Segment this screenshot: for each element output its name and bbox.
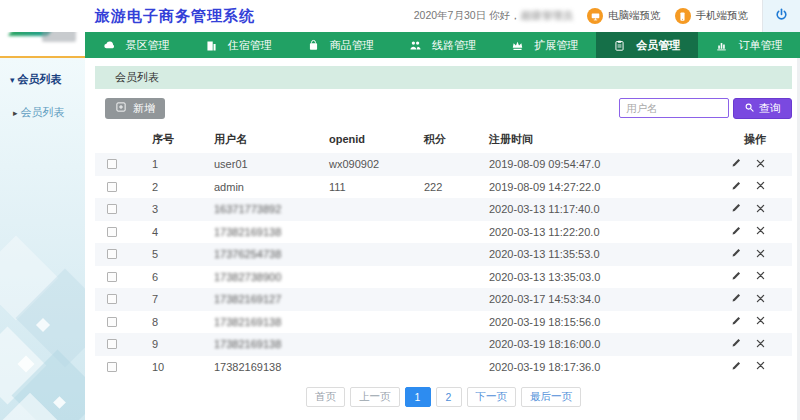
row-checkbox[interactable] <box>107 182 117 192</box>
pagination-item-2[interactable]: 1 <box>405 387 431 407</box>
edit-icon[interactable] <box>730 360 742 374</box>
nav-item-label: 扩展管理 <box>534 38 578 53</box>
edit-icon[interactable] <box>730 180 742 194</box>
delete-icon[interactable] <box>755 158 766 171</box>
row-checkbox[interactable] <box>107 249 117 259</box>
pagination-item-5[interactable]: 最后一页 <box>521 387 581 407</box>
cell-no: 1 <box>150 153 212 176</box>
sidebar-accent-line <box>0 56 85 58</box>
cell-username: 16371773892 <box>212 198 327 221</box>
search-button[interactable]: 查询 <box>733 98 792 119</box>
cell-regtime: 2020-03-19 18:17:36.0 <box>487 356 697 379</box>
nav-item-label: 住宿管理 <box>228 38 272 53</box>
col-header-no: 序号 <box>150 125 212 153</box>
edit-icon[interactable] <box>730 315 742 329</box>
nav-item-label: 景区管理 <box>126 38 170 53</box>
cell-points <box>422 198 487 221</box>
edit-icon[interactable] <box>730 247 742 261</box>
delete-icon[interactable] <box>755 270 766 283</box>
nav-item-6[interactable]: 订单管理 <box>698 32 800 58</box>
edit-icon[interactable] <box>730 225 742 239</box>
current-username: 超级管理员 <box>521 9 574 21</box>
search-input[interactable] <box>619 98 729 118</box>
nav-item-0[interactable]: 景区管理 <box>85 32 187 58</box>
row-checkbox[interactable] <box>107 227 117 237</box>
main-nav: 景区管理住宿管理商品管理线路管理扩展管理会员管理订单管理 <box>85 32 800 58</box>
logout-button[interactable] <box>762 0 800 32</box>
pagination-item-4[interactable]: 下一页 <box>467 387 517 407</box>
cell-regtime: 2020-03-13 11:22:20.0 <box>487 221 697 244</box>
mobile-preview-label: 手机端预览 <box>696 9 749 23</box>
delete-icon[interactable] <box>755 315 766 328</box>
cell-points <box>422 243 487 266</box>
cell-openid <box>327 288 422 311</box>
phone-icon <box>675 8 691 24</box>
row-checkbox[interactable] <box>107 317 117 327</box>
app-window: 旅游电子商务管理系统 2020年7月30日 你好，超级管理员 电脑端预览 手机端… <box>0 0 800 420</box>
cell-no: 2 <box>150 176 212 199</box>
sidebar: ▾会员列表 ▸会员列表 <box>0 58 85 420</box>
row-checkbox[interactable] <box>107 294 117 304</box>
triangle-right-icon: ▸ <box>13 108 18 118</box>
pc-preview-button[interactable]: 电脑端预览 <box>587 8 661 24</box>
pagination-item-3[interactable]: 2 <box>436 387 462 407</box>
pagination-item-0[interactable]: 首页 <box>306 387 345 407</box>
delete-icon[interactable] <box>755 360 766 373</box>
toolbar: 新增 查询 <box>95 97 792 119</box>
date-greeting: 2020年7月30日 你好，超级管理员 <box>414 9 573 23</box>
add-button[interactable]: 新增 <box>105 98 165 119</box>
cell-no: 5 <box>150 243 212 266</box>
cell-no: 6 <box>150 266 212 289</box>
delete-icon[interactable] <box>755 180 766 193</box>
app-title: 旅游电子商务管理系统 <box>95 7 255 26</box>
main-content: 会员列表 新增 查询 <box>85 58 800 420</box>
monitor-icon <box>587 8 603 24</box>
nav-item-1[interactable]: 住宿管理 <box>187 32 289 58</box>
order-icon <box>715 39 728 52</box>
cell-username: 17382169138 <box>212 333 327 356</box>
delete-icon[interactable] <box>755 338 766 351</box>
nav-item-5[interactable]: 会员管理 <box>596 32 698 58</box>
edit-icon[interactable] <box>730 202 742 216</box>
delete-icon[interactable] <box>755 203 766 216</box>
cell-openid <box>327 356 422 379</box>
edit-icon[interactable] <box>730 270 742 284</box>
nav-item-label: 会员管理 <box>636 38 680 53</box>
sidebar-item-member-list[interactable]: ▸会员列表 <box>0 96 85 129</box>
delete-icon[interactable] <box>755 293 766 306</box>
edit-icon[interactable] <box>730 337 742 351</box>
row-checkbox[interactable] <box>107 272 117 282</box>
cell-username: 17382738900 <box>212 266 327 289</box>
cell-points <box>422 356 487 379</box>
edit-icon[interactable] <box>730 157 742 171</box>
delete-icon[interactable] <box>755 248 766 261</box>
cell-username: 17382169138 <box>212 221 327 244</box>
cell-openid <box>327 198 422 221</box>
cell-regtime: 2020-03-13 11:35:53.0 <box>487 243 697 266</box>
cell-username: user01 <box>212 153 327 176</box>
nav-item-3[interactable]: 线路管理 <box>391 32 493 58</box>
extension-icon <box>511 39 524 52</box>
pagination-item-1[interactable]: 上一页 <box>350 387 400 407</box>
cell-no: 9 <box>150 333 212 356</box>
row-checkbox[interactable] <box>107 159 117 169</box>
mobile-preview-button[interactable]: 手机端预览 <box>675 8 749 24</box>
search-icon <box>744 102 755 115</box>
delete-icon[interactable] <box>755 225 766 238</box>
col-header-username: 用户名 <box>212 125 327 153</box>
table-row: 8 17382169138 2020-03-19 18:15:56.0 <box>95 311 792 334</box>
triangle-down-icon: ▾ <box>10 75 15 85</box>
row-checkbox[interactable] <box>107 362 117 372</box>
cell-regtime: 2020-03-17 14:53:34.0 <box>487 288 697 311</box>
cell-openid: 111 <box>327 176 422 199</box>
cell-regtime: 2020-03-19 18:15:56.0 <box>487 311 697 334</box>
edit-icon[interactable] <box>730 292 742 306</box>
nav-item-label: 订单管理 <box>738 38 782 53</box>
row-checkbox[interactable] <box>107 339 117 349</box>
nav-item-2[interactable]: 商品管理 <box>289 32 391 58</box>
row-checkbox[interactable] <box>107 204 117 214</box>
cell-openid <box>327 311 422 334</box>
sidebar-item-member-list-parent[interactable]: ▾会员列表 <box>0 58 85 96</box>
cell-no: 3 <box>150 198 212 221</box>
nav-item-4[interactable]: 扩展管理 <box>494 32 596 58</box>
